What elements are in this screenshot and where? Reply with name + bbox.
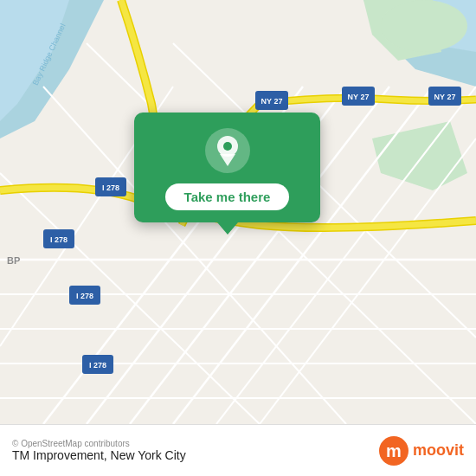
svg-text:I 278: I 278 xyxy=(50,235,68,244)
bottom-bar: © OpenStreetMap contributors TM Improvem… xyxy=(0,424,476,476)
map-container: I 278 I 278 I 278 I 278 NY 27 NY 27 NY 2… xyxy=(0,0,476,424)
svg-text:NY 27: NY 27 xyxy=(261,97,283,106)
svg-text:NY 27: NY 27 xyxy=(434,93,456,101)
moovit-text: moovit xyxy=(413,441,464,460)
svg-point-44 xyxy=(223,142,232,151)
svg-text:I 278: I 278 xyxy=(89,361,106,370)
svg-text:I 278: I 278 xyxy=(76,292,93,300)
location-pin-icon xyxy=(215,135,241,166)
svg-marker-43 xyxy=(220,154,235,166)
location-icon-wrapper xyxy=(205,128,250,173)
svg-text:BP: BP xyxy=(7,255,20,266)
svg-text:NY 27: NY 27 xyxy=(348,93,370,101)
popup-card: Take me there xyxy=(134,113,320,222)
svg-point-6 xyxy=(381,0,467,52)
attribution-text: © OpenStreetMap contributors xyxy=(12,439,186,448)
take-me-there-button[interactable]: Take me there xyxy=(165,183,290,210)
moovit-logo-icon: m xyxy=(378,435,409,466)
svg-text:I 278: I 278 xyxy=(102,183,119,192)
bottom-left: © OpenStreetMap contributors TM Improvem… xyxy=(12,439,186,462)
location-name: TM Improvement, New York City xyxy=(12,448,186,462)
moovit-logo: m moovit xyxy=(378,435,464,466)
svg-text:m: m xyxy=(386,441,402,460)
